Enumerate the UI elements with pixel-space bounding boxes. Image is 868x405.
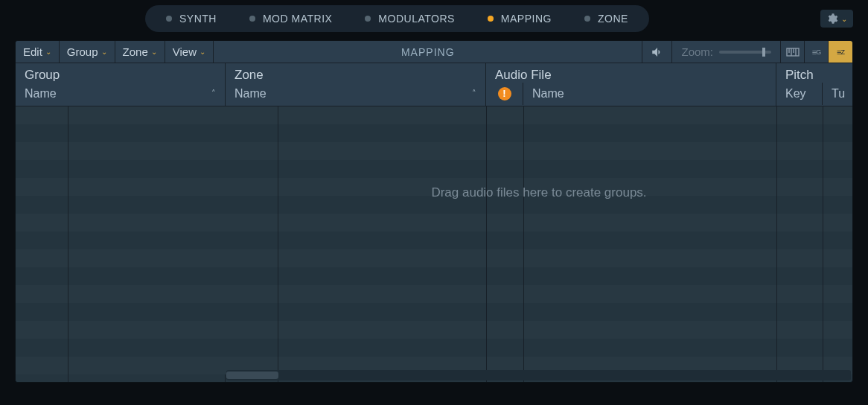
header-label-group: Group xyxy=(16,65,225,83)
tab-pills: SYNTH MOD MATRIX MODULATORS MAPPING ZONE xyxy=(145,5,649,32)
group-menu[interactable]: Group ⌄ xyxy=(60,41,115,63)
view-zone-list-button[interactable]: ≡Z xyxy=(829,41,852,63)
column-pitch-tune[interactable]: Tu xyxy=(823,83,852,105)
mapping-pane: Edit ⌄ Group ⌄ Zone ⌄ View ⌄ MAPPING Zoo… xyxy=(15,40,853,383)
chevron-down-icon: ⌄ xyxy=(45,48,51,56)
column-label: Name xyxy=(25,87,57,101)
edit-menu[interactable]: Edit ⌄ xyxy=(16,41,60,63)
tab-label: MOD MATRIX xyxy=(263,13,332,25)
zone-menu[interactable]: Zone ⌄ xyxy=(115,41,165,63)
preview-audio-button[interactable] xyxy=(642,41,671,63)
mapping-toolbar: Edit ⌄ Group ⌄ Zone ⌄ View ⌄ MAPPING Zoo… xyxy=(16,41,852,63)
speaker-icon xyxy=(651,45,664,59)
column-group-name[interactable]: Name ˄ xyxy=(16,83,225,105)
column-audio-name[interactable]: Name xyxy=(523,83,776,105)
column-label: Tu xyxy=(832,87,845,101)
sort-ascending-icon: ˄ xyxy=(472,89,476,98)
chevron-down-icon: ⌄ xyxy=(841,15,847,23)
settings-gear-button[interactable]: ⌄ xyxy=(820,10,853,28)
tab-mod-matrix[interactable]: MOD MATRIX xyxy=(233,5,348,32)
view-menu[interactable]: View ⌄ xyxy=(165,41,214,63)
view-keyboard-button[interactable] xyxy=(781,41,805,63)
column-label: Name xyxy=(532,87,564,101)
empty-placeholder-text: Drag audio files here to create groups. xyxy=(226,185,852,200)
keyboard-icon xyxy=(786,48,800,57)
column-headers: Group Name ˄ Zone Name ˄ Audio File ! xyxy=(16,63,852,106)
menu-label: View xyxy=(173,45,197,58)
tab-modulators[interactable]: MODULATORS xyxy=(348,5,471,32)
gear-icon xyxy=(826,13,838,25)
tab-synth[interactable]: SYNTH xyxy=(150,5,233,32)
column-label: Name xyxy=(234,87,267,101)
grid-group-column xyxy=(16,106,226,382)
header-group: Group Name ˄ xyxy=(16,63,226,106)
header-zone: Zone Name ˄ xyxy=(226,63,486,106)
zoom-label: Zoom: xyxy=(681,45,713,58)
tab-zone[interactable]: ZONE xyxy=(568,5,645,32)
horizontal-scrollbar[interactable] xyxy=(226,370,851,380)
zoom-control: Zoom: xyxy=(671,41,780,63)
menu-label: Group xyxy=(67,45,98,58)
warning-icon: ! xyxy=(498,87,511,101)
view-group-list-button[interactable]: ≡G xyxy=(805,41,829,63)
tab-indicator-dot xyxy=(584,16,590,22)
tab-label: MODULATORS xyxy=(378,13,455,25)
chevron-down-icon: ⌄ xyxy=(101,48,107,56)
chevron-down-icon: ⌄ xyxy=(200,48,205,56)
scrollbar-thumb[interactable] xyxy=(226,371,278,379)
tab-label: SYNTH xyxy=(179,13,217,25)
pane-title: MAPPING xyxy=(214,46,642,58)
column-label: Key xyxy=(785,87,806,101)
sort-ascending-icon: ˄ xyxy=(211,89,216,98)
tab-label: ZONE xyxy=(598,13,628,25)
header-audio-file: Audio File ! Name xyxy=(486,63,776,106)
menu-label: Zone xyxy=(123,45,148,58)
zoom-slider[interactable] xyxy=(719,51,771,54)
tab-indicator-dot xyxy=(166,16,172,22)
header-label-pitch: Pitch xyxy=(776,65,852,83)
tab-mapping[interactable]: MAPPING xyxy=(471,5,568,32)
zone-list-icon: ≡Z xyxy=(837,48,844,57)
header-pitch: Pitch Key Tu xyxy=(776,63,852,106)
column-audio-status[interactable]: ! xyxy=(486,83,523,105)
tab-indicator-dot xyxy=(249,16,255,22)
zone-grid[interactable]: Drag audio files here to create groups. xyxy=(16,106,852,382)
group-list-icon: ≡G xyxy=(812,48,820,57)
header-label-zone: Zone xyxy=(226,65,485,83)
column-zone-name[interactable]: Name ˄ xyxy=(226,83,485,105)
column-pitch-key[interactable]: Key xyxy=(776,83,823,105)
zoom-slider-thumb[interactable] xyxy=(762,48,765,57)
tab-indicator-dot xyxy=(365,16,371,22)
menu-label: Edit xyxy=(23,45,42,58)
grid-zone-columns: Drag audio files here to create groups. xyxy=(226,106,852,382)
tab-label: MAPPING xyxy=(501,13,552,25)
header-label-audio: Audio File xyxy=(486,65,776,83)
tab-indicator-dot xyxy=(488,16,494,22)
chevron-down-icon: ⌄ xyxy=(151,48,157,56)
view-mode-buttons: ≡G ≡Z xyxy=(780,41,852,63)
top-tab-bar: SYNTH MOD MATRIX MODULATORS MAPPING ZONE… xyxy=(0,0,868,37)
